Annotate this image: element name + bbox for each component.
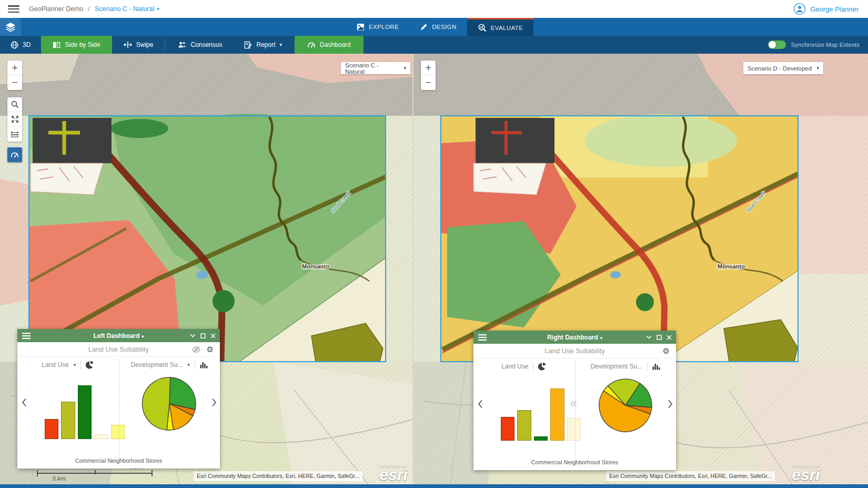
left-dashboard-titlebar[interactable]: Left Dashboard▾ xyxy=(17,329,220,342)
right-map-panel: Monsanto Seal Creek + − Scenario D - Dev… xyxy=(413,54,868,484)
search-icon[interactable] xyxy=(7,97,22,112)
swipe-button[interactable]: Swipe xyxy=(112,36,165,54)
bottom-accent-strip xyxy=(0,484,868,488)
footer-label: Commercial Neighborhood Stores xyxy=(17,457,220,464)
zoom-out-button[interactable]: − xyxy=(421,75,436,90)
consensus-button[interactable]: Consensus xyxy=(165,36,235,54)
pager-left-icon[interactable] xyxy=(22,398,27,407)
scale-bar: 0.8km 0.4mi xyxy=(37,473,153,474)
maximize-icon[interactable] xyxy=(200,333,206,338)
dashboard-gauge-icon[interactable] xyxy=(7,147,22,162)
chevron-down-icon[interactable]: ▾ xyxy=(187,363,190,367)
primary-nav-bar: EXPLORE DESIGN EVALUATE xyxy=(0,18,868,36)
dashboard-menu-icon[interactable] xyxy=(478,334,487,341)
place-label-monsanto: Monsanto xyxy=(302,263,329,270)
chevron-down-icon: ▾ xyxy=(157,7,159,12)
pie-chart-icon[interactable] xyxy=(86,361,94,369)
user-avatar-icon xyxy=(793,3,806,15)
left-scenario-selector[interactable]: Scenario C - Natural ▾ xyxy=(341,62,410,74)
map-attribution: Esri Community Maps Contributors, Esri, … xyxy=(606,471,775,481)
chevron-down-icon: ▾ xyxy=(816,66,819,71)
3d-button[interactable]: 3D xyxy=(0,36,41,54)
tab-explore-label: EXPLORE xyxy=(369,24,399,30)
pie-chart-panel: Development Su... xyxy=(575,358,677,449)
pager-right-icon[interactable] xyxy=(211,398,217,407)
land-use-selector[interactable]: Land Use xyxy=(42,361,68,369)
gear-icon[interactable]: ⚙ xyxy=(663,347,670,355)
close-icon[interactable] xyxy=(667,335,672,340)
explore-icon xyxy=(357,23,365,31)
dashboard-charts: Land Use ▾ Development Su... ▾ xyxy=(17,357,220,447)
left-dashboard-window: Left Dashboard▾ Land Use Suitability ⚙ xyxy=(17,329,220,469)
side-by-side-icon xyxy=(53,42,60,48)
full-extent-icon[interactable] xyxy=(7,112,22,127)
design-pencil-icon xyxy=(420,23,428,31)
evaluate-toolbar: 3D Side by Side Swipe Consensus xyxy=(0,36,868,54)
left-map-panel: Monsanto Seal Creek + − xyxy=(0,54,412,484)
globe-icon xyxy=(11,41,18,49)
consensus-label: Consensus xyxy=(190,41,222,48)
right-dashboard-titlebar[interactable]: Right Dashboard▾ xyxy=(473,331,676,344)
maximize-icon[interactable] xyxy=(657,335,662,340)
visibility-off-icon[interactable] xyxy=(192,346,200,353)
user-menu[interactable]: George Planner xyxy=(793,3,859,15)
map-tools xyxy=(7,97,22,142)
swipe-label: Swipe xyxy=(136,41,154,48)
footer-label: Commercial Neighborhood Stores xyxy=(473,459,676,465)
pager-right-icon[interactable] xyxy=(668,400,673,409)
dashboard-footer: Commercial Neighborhood Stores xyxy=(17,447,220,469)
layers-icon xyxy=(5,22,16,32)
hamburger-menu-icon[interactable] xyxy=(8,5,19,13)
column-chart-icon[interactable] xyxy=(200,361,208,369)
tab-evaluate[interactable]: EVALUATE xyxy=(467,18,534,36)
zoom-in-button[interactable]: + xyxy=(7,61,22,75)
zoom-out-button[interactable]: − xyxy=(7,75,22,90)
tab-explore[interactable]: EXPLORE xyxy=(346,18,409,36)
close-icon[interactable] xyxy=(210,333,216,338)
chevron-down-icon[interactable]: ▾ xyxy=(74,363,76,367)
collapse-icon[interactable] xyxy=(646,335,652,339)
right-scenario-selector[interactable]: Scenario D - Developed ▾ xyxy=(743,62,823,74)
pager-collapse-icon[interactable] xyxy=(570,400,578,407)
land-use-bar-chart xyxy=(501,382,581,441)
breadcrumb-separator: / xyxy=(88,5,90,13)
sync-extents-control: Synchronize Map Extents xyxy=(768,36,860,54)
dashboard-title: Left Dashboard xyxy=(93,332,139,340)
widget-title: Land Use Suitability xyxy=(544,347,605,355)
sync-extents-label: Synchronize Map Extents xyxy=(791,42,860,48)
dashboard-tool xyxy=(7,147,22,162)
column-chart-icon[interactable] xyxy=(652,363,660,370)
pie-chart-panel: Development Su... ▾ xyxy=(119,357,220,447)
layers-button[interactable] xyxy=(0,18,21,36)
tab-design[interactable]: DESIGN xyxy=(409,18,467,36)
chevron-down-icon: ▾ xyxy=(600,336,602,341)
dashboard-menu-icon[interactable] xyxy=(22,333,31,339)
dashboard-button[interactable]: Dashboard xyxy=(295,36,364,54)
sync-extents-toggle[interactable] xyxy=(768,41,786,49)
zoom-control: + − xyxy=(421,61,436,90)
mode-tabs: EXPLORE DESIGN EVALUATE xyxy=(346,18,533,36)
side-by-side-button[interactable]: Side by Side xyxy=(41,36,112,54)
widget-title: Land Use Suitability xyxy=(88,345,149,353)
report-button[interactable]: Report ▾ xyxy=(235,36,291,54)
zoom-in-button[interactable]: + xyxy=(421,61,436,75)
collapse-icon[interactable] xyxy=(190,334,196,337)
scenario-breadcrumb-dropdown[interactable]: Scenario C - Natural ▾ xyxy=(95,5,159,13)
esri-logo: POWERED BY esri xyxy=(377,464,410,482)
pager-left-icon[interactable] xyxy=(478,400,483,409)
measure-icon[interactable] xyxy=(7,127,22,142)
dashboard-label: Dashboard xyxy=(320,41,351,48)
top-header: GeoPlanner Demo / Scenario C - Natural ▾… xyxy=(0,0,868,18)
chevron-down-icon: ▾ xyxy=(280,43,282,47)
scale-mi-label: 0.4mi xyxy=(53,476,65,482)
gear-icon[interactable]: ⚙ xyxy=(207,345,214,353)
land-use-selector[interactable]: Land Use xyxy=(501,363,528,370)
right-scenario-label: Scenario D - Developed xyxy=(748,65,812,72)
dashboard-gauge-icon xyxy=(307,41,316,48)
tab-evaluate-label: EVALUATE xyxy=(491,25,523,31)
side-by-side-label: Side by Side xyxy=(65,41,100,48)
development-suitability-selector[interactable]: Development Su... xyxy=(131,361,183,369)
development-suitability-selector[interactable]: Development Su... xyxy=(590,363,642,370)
bar-chart-panel: Land Use ▾ xyxy=(17,357,119,447)
pie-chart-icon[interactable] xyxy=(538,362,547,371)
